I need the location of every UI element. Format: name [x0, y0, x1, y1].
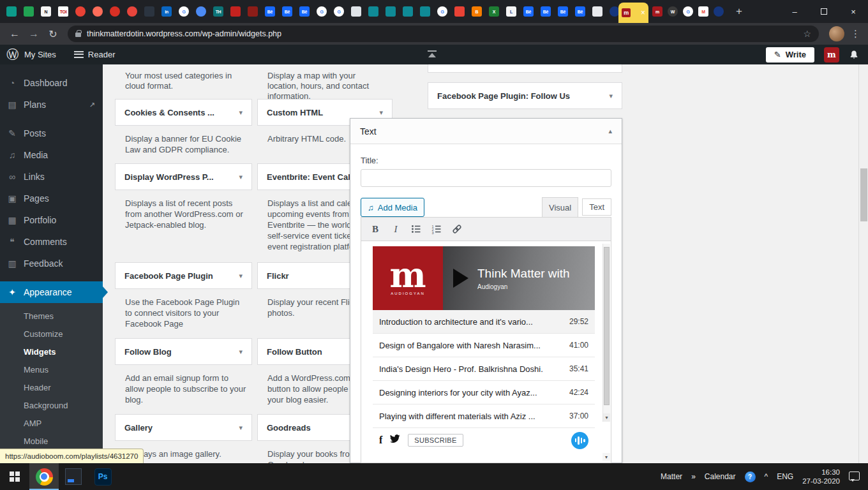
tab-favicon[interactable] [230, 6, 241, 17]
bold-button[interactable]: B [365, 220, 385, 238]
tab-visual[interactable]: Visual [542, 197, 578, 217]
hidden-icons-chevron[interactable]: ^ [765, 472, 768, 481]
tab-favicon[interactable]: N [41, 6, 51, 17]
bookmark-star-icon[interactable]: ☆ [803, 29, 811, 39]
forward-icon[interactable]: → [24, 28, 43, 40]
collapse-toolbar-icon[interactable] [428, 50, 437, 58]
help-icon[interactable]: ? [745, 471, 756, 482]
taskbar-photoshop[interactable]: Ps [88, 463, 117, 490]
tab-favicon[interactable]: m [652, 6, 662, 17]
tab-favicon[interactable] [420, 6, 430, 17]
submenu-item[interactable]: Menus [0, 360, 103, 378]
sidebar-menu-item[interactable]: ▥ Feedback [0, 253, 103, 274]
sidebar-menu-item[interactable]: ▤ Plans ↗ [0, 94, 103, 115]
tab-favicon[interactable] [75, 6, 86, 17]
reload-icon[interactable]: ↻ [43, 28, 63, 40]
wordpress-logo-icon[interactable]: Ⓦ [6, 47, 19, 63]
widget-card[interactable]: Follow Blog ▾ [115, 338, 252, 365]
tab-favicon[interactable]: G [334, 6, 344, 17]
active-tab[interactable]: m × [618, 3, 648, 23]
tab-favicon[interactable]: Bē [299, 6, 310, 17]
chevron-up-icon[interactable]: ▴ [608, 127, 612, 135]
tab-favicon[interactable]: Bē [558, 6, 568, 17]
tab-text[interactable]: Text [582, 198, 611, 216]
maximize-button[interactable] [809, 0, 839, 23]
tab-favicon[interactable]: G [317, 6, 327, 17]
scrollbar-thumb[interactable] [604, 247, 610, 405]
audioboom-logo[interactable] [571, 432, 588, 449]
reader-link[interactable]: Reader [88, 50, 116, 59]
submenu-item[interactable]: Widgets [0, 343, 103, 360]
tab-favicon[interactable] [127, 6, 137, 17]
submenu-item[interactable]: Mobile [0, 432, 103, 450]
play-button-icon[interactable] [453, 269, 468, 288]
browser-menu-icon[interactable]: ⋮ [851, 28, 860, 40]
submenu-item[interactable]: Themes [0, 307, 103, 325]
tab-favicon[interactable]: G [437, 6, 447, 17]
episode-row[interactable]: Introduction to architecture and it's va… [373, 310, 595, 334]
tab-favicon[interactable]: TH [213, 6, 223, 17]
tab-favicon[interactable] [110, 6, 120, 17]
notifications-bell-icon[interactable] [849, 50, 859, 60]
tab-favicon[interactable] [403, 6, 413, 17]
tab-favicon[interactable] [144, 6, 154, 17]
tab-close-icon[interactable]: × [641, 9, 645, 17]
tab-favicon[interactable] [196, 6, 206, 17]
sidebar-item-appearance[interactable]: ✦ Appearance [0, 281, 103, 303]
sidebar-menu-item[interactable]: ∞ Links [0, 166, 103, 188]
taskbar-app[interactable] [59, 463, 88, 490]
language-indicator[interactable]: ENG [777, 472, 793, 481]
tab-favicon[interactable]: Bē [282, 6, 292, 17]
tab-favicon[interactable]: B [472, 6, 482, 17]
partially-visible-widget[interactable] [428, 64, 622, 73]
episode-row[interactable]: Designing interiors for your city with A… [373, 381, 595, 405]
widget-card[interactable]: Facebook Page Plugin ▾ [115, 262, 252, 289]
new-tab-button[interactable]: + [731, 4, 747, 19]
action-center-icon[interactable] [849, 471, 860, 480]
italic-button[interactable]: I [385, 220, 406, 238]
tab-favicon[interactable]: Bē [575, 6, 585, 17]
episode-row[interactable]: Playing with different materials with Az… [373, 405, 595, 428]
minimize-button[interactable]: – [780, 0, 809, 23]
tab-favicon[interactable] [6, 6, 17, 17]
tray-label-matter[interactable]: Matter [661, 472, 682, 481]
link-button[interactable] [447, 220, 467, 238]
sidebar-menu-item[interactable]: ▣ Pages [0, 188, 103, 209]
lock-icon[interactable] [75, 33, 81, 37]
taskbar-chrome[interactable] [29, 463, 59, 490]
facebook-icon[interactable]: f [379, 434, 382, 446]
close-button[interactable]: × [839, 0, 868, 23]
sidebar-menu-item[interactable]: ❝ Comments [0, 231, 103, 253]
visual-editor-area[interactable]: m AUDIOGYAN Think Matter with Audiogyan [361, 241, 611, 463]
url-text[interactable]: thinkmatterdotin.wordpress.com/wp-admin/… [87, 29, 281, 38]
taskbar-clock[interactable]: 16:30 27-03-2020 [802, 468, 840, 486]
my-sites-link[interactable]: My Sites [24, 50, 56, 59]
tray-label-calendar[interactable]: Calendar [705, 472, 736, 481]
sidebar-menu-item[interactable]: ✎ Posts [0, 122, 103, 144]
tab-favicon[interactable] [592, 6, 602, 17]
tab-favicon[interactable]: Bē [523, 6, 534, 17]
address-bar[interactable]: thinkmatterdotin.wordpress.com/wp-admin/… [68, 26, 819, 42]
tab-favicon[interactable] [385, 6, 396, 17]
bullet-list-button[interactable] [406, 220, 426, 238]
submenu-item[interactable]: AMP [0, 414, 103, 432]
tray-more-icon[interactable]: » [691, 472, 696, 481]
start-button[interactable] [0, 463, 29, 490]
tab-favicon[interactable] [351, 6, 361, 17]
episode-row[interactable]: India's Design Hero - Prof. Balkrishna D… [373, 357, 595, 381]
tab-favicon[interactable]: TOI [58, 6, 68, 17]
episode-row[interactable]: Design of Bangalore with Naresh Narasim.… [373, 334, 595, 357]
tab-favicon[interactable] [248, 6, 258, 17]
tab-favicon[interactable]: G [179, 6, 189, 17]
back-icon[interactable]: ← [5, 28, 24, 40]
twitter-icon[interactable] [390, 434, 400, 446]
sidebar-menu-item[interactable]: ▦ Portfolio [0, 209, 103, 231]
tab-favicon[interactable]: X [489, 6, 499, 17]
embed-scrollbar[interactable]: ▾ [602, 244, 610, 422]
tab-favicon[interactable]: in [161, 6, 172, 17]
numbered-list-button[interactable]: 123 [426, 220, 447, 238]
tab-favicon[interactable]: G [683, 6, 693, 17]
tab-favicon[interactable]: M [698, 6, 708, 17]
facebook-page-plugin-widget[interactable]: Facebook Page Plugin: Follow Us ▾ [428, 82, 622, 109]
tab-favicon[interactable]: Bē [541, 6, 551, 17]
